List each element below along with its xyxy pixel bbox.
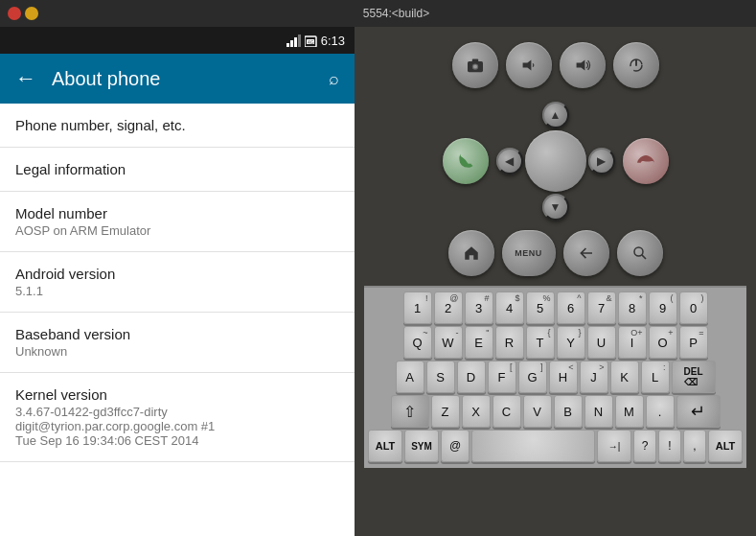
status-time: 6:13 bbox=[321, 34, 345, 48]
key-question[interactable]: ? bbox=[633, 430, 656, 462]
key-x[interactable]: X bbox=[462, 395, 491, 428]
item-title-model: Model number bbox=[15, 205, 339, 221]
search-button[interactable]: ⌕ bbox=[329, 69, 339, 89]
key-6[interactable]: 6^ bbox=[557, 291, 585, 324]
svg-point-15 bbox=[634, 247, 643, 256]
key-comma[interactable]: , bbox=[683, 430, 706, 462]
key-4[interactable]: 4$ bbox=[495, 291, 524, 324]
sym-key[interactable]: SYM bbox=[404, 430, 439, 462]
close-button[interactable] bbox=[8, 7, 21, 20]
call-icon bbox=[456, 151, 475, 171]
settings-item-baseband[interactable]: Baseband version Unknown bbox=[0, 313, 355, 373]
key-g[interactable]: G] bbox=[518, 361, 547, 393]
volume-down-button[interactable] bbox=[506, 42, 552, 88]
key-a[interactable]: A bbox=[396, 361, 424, 393]
nav-row: MENU bbox=[448, 230, 663, 276]
power-button[interactable] bbox=[613, 42, 659, 88]
dpad-down-button[interactable]: ▼ bbox=[542, 194, 569, 221]
key-s[interactable]: S bbox=[426, 361, 455, 393]
key-l[interactable]: L: bbox=[641, 361, 670, 393]
minimize-button[interactable] bbox=[25, 7, 38, 20]
enter-key[interactable]: ↵ bbox=[676, 395, 721, 428]
item-sub-baseband: Unknown bbox=[15, 344, 339, 359]
key-3[interactable]: 3# bbox=[465, 291, 493, 324]
item-sub-model: AOSP on ARM Emulator bbox=[15, 223, 339, 238]
key-u[interactable]: U bbox=[587, 326, 616, 359]
svg-point-9 bbox=[473, 65, 477, 69]
window-controls bbox=[8, 7, 38, 20]
space-key[interactable] bbox=[471, 430, 595, 462]
svg-marker-12 bbox=[576, 59, 584, 70]
settings-item-android[interactable]: Android version 5.1.1 bbox=[0, 252, 355, 313]
dpad-center-button[interactable] bbox=[525, 130, 586, 192]
volume-up-icon bbox=[573, 58, 592, 73]
svg-rect-0 bbox=[286, 43, 289, 47]
key-2[interactable]: 2@ bbox=[434, 291, 463, 324]
key-d[interactable]: D bbox=[457, 361, 486, 393]
volume-down-icon bbox=[519, 58, 538, 73]
key-c[interactable]: C bbox=[493, 395, 521, 428]
item-title-kernel: Kernel version bbox=[15, 386, 339, 403]
dpad-left-button[interactable]: ◀ bbox=[496, 148, 523, 175]
settings-item-kernel[interactable]: Kernel version 3.4.67-01422-gd3ffcc7-dir… bbox=[0, 373, 355, 462]
back-button[interactable]: ← bbox=[15, 66, 36, 91]
key-i[interactable]: IO+ bbox=[618, 326, 647, 359]
keyboard-row-1: 1! 2@ 3# 4$ 5% 6^ 7& 8* 9( 0) bbox=[368, 291, 743, 324]
svg-text:4G: 4G bbox=[308, 39, 314, 45]
shift-key[interactable]: ⇧ bbox=[391, 395, 429, 428]
key-e[interactable]: E" bbox=[465, 326, 493, 359]
delete-key[interactable]: DEL⌫ bbox=[672, 361, 716, 393]
phone-screen: 4G 6:13 ← About phone ⌕ Phone number, si… bbox=[0, 27, 355, 536]
end-call-button[interactable] bbox=[623, 138, 669, 184]
key-r[interactable]: R bbox=[495, 326, 524, 359]
search-button-nav[interactable] bbox=[617, 230, 663, 276]
key-v[interactable]: V bbox=[523, 395, 552, 428]
signal-icon bbox=[286, 35, 302, 47]
key-0[interactable]: 0) bbox=[679, 291, 708, 324]
key-period[interactable]: . bbox=[646, 395, 675, 428]
item-title-android: Android version bbox=[15, 266, 339, 282]
title-bar: 5554:<build> bbox=[0, 0, 756, 27]
key-9[interactable]: 9( bbox=[649, 291, 677, 324]
key-q[interactable]: Q~ bbox=[403, 326, 432, 359]
alt-right-key[interactable]: ALT bbox=[708, 430, 743, 462]
at-key[interactable]: @ bbox=[441, 430, 470, 462]
settings-item-model[interactable]: Model number AOSP on ARM Emulator bbox=[0, 192, 355, 252]
app-bar: ← About phone ⌕ bbox=[0, 54, 355, 104]
key-t[interactable]: T{ bbox=[526, 326, 555, 359]
key-m[interactable]: M bbox=[615, 395, 644, 428]
dpad-up-button[interactable]: ▲ bbox=[542, 102, 569, 128]
key-j[interactable]: J> bbox=[580, 361, 608, 393]
volume-up-button[interactable] bbox=[560, 42, 606, 88]
tab-key[interactable]: →| bbox=[597, 430, 631, 462]
svg-rect-2 bbox=[294, 37, 297, 47]
back-button-nav[interactable] bbox=[563, 230, 609, 276]
key-f[interactable]: F[ bbox=[488, 361, 516, 393]
alt-left-key[interactable]: ALT bbox=[368, 430, 402, 462]
key-7[interactable]: 7& bbox=[587, 291, 616, 324]
key-p[interactable]: P= bbox=[679, 326, 708, 359]
key-z[interactable]: Z bbox=[431, 395, 460, 428]
home-button[interactable] bbox=[448, 230, 494, 276]
search-icon bbox=[631, 245, 649, 262]
key-8[interactable]: 8* bbox=[618, 291, 647, 324]
key-k[interactable]: K bbox=[610, 361, 639, 393]
sim-icon: 4G bbox=[305, 35, 318, 47]
key-n[interactable]: N bbox=[584, 395, 613, 428]
key-w[interactable]: W- bbox=[434, 326, 463, 359]
svg-rect-1 bbox=[290, 40, 293, 47]
menu-button[interactable]: MENU bbox=[502, 230, 556, 276]
key-exclaim[interactable]: ! bbox=[658, 430, 681, 462]
key-h[interactable]: H< bbox=[549, 361, 578, 393]
key-y[interactable]: Y} bbox=[557, 326, 585, 359]
home-icon bbox=[463, 245, 480, 262]
camera-button[interactable] bbox=[452, 42, 498, 88]
key-b[interactable]: B bbox=[554, 395, 583, 428]
dpad-right-button[interactable]: ▶ bbox=[588, 148, 615, 175]
key-5[interactable]: 5% bbox=[526, 291, 555, 324]
call-button[interactable] bbox=[443, 138, 489, 184]
settings-item-phone[interactable]: Phone number, signal, etc. bbox=[0, 104, 355, 148]
key-o[interactable]: O+ bbox=[649, 326, 677, 359]
key-1[interactable]: 1! bbox=[403, 291, 432, 324]
settings-item-legal[interactable]: Legal information bbox=[0, 148, 355, 192]
